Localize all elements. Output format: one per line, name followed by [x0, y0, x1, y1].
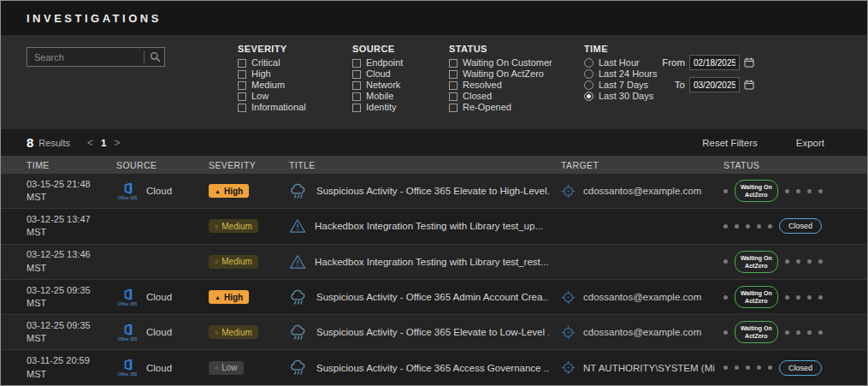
cell-title[interactable]: Hackedbox Integration Testing with Libra…	[289, 245, 561, 279]
severity-option-low[interactable]: Low	[238, 92, 306, 101]
calendar-icon[interactable]	[744, 80, 754, 90]
severity-checkbox-medium[interactable]	[238, 81, 246, 90]
calendar-icon[interactable]	[744, 57, 754, 68]
column-header-source[interactable]: SOURCE	[116, 160, 209, 170]
reset-filters-button[interactable]: Reset Filters	[702, 138, 758, 148]
column-header-target[interactable]: TARGET	[561, 160, 723, 170]
row-title[interactable]: Hackedbox Integration Testing with Libra…	[315, 257, 548, 267]
cell-title[interactable]: Suspicious Activity - Office 365 Access …	[289, 350, 561, 384]
column-header-status[interactable]: STATUS	[723, 160, 867, 170]
option-label: Cloud	[366, 69, 391, 79]
to-date-input[interactable]	[689, 77, 740, 92]
status-option-waiting-on-customer[interactable]: Waiting On Customer	[449, 58, 552, 68]
status-option-closed[interactable]: Closed	[449, 92, 552, 101]
cell-title[interactable]: Suspicious Activity - Office 365 Elevate…	[289, 315, 561, 349]
pagination-page[interactable]: 1	[101, 138, 106, 148]
status-option-re-opened[interactable]: Re-Opened	[449, 103, 552, 112]
row-time: 03-12-25 13:46 MST	[27, 248, 108, 275]
status-dot	[807, 330, 812, 335]
status-filter-group: STATUS Waiting On CustomerWaiting On Act…	[449, 44, 552, 114]
option-label: Endpoint	[366, 58, 403, 68]
pagination-prev[interactable]: <	[87, 137, 93, 149]
status-dot	[796, 259, 800, 264]
cell-target	[561, 245, 723, 279]
source-checkbox-endpoint[interactable]	[352, 59, 361, 68]
severity-option-critical[interactable]: Critical	[238, 58, 306, 68]
storm-cloud-icon	[289, 324, 308, 341]
severity-options: CriticalHighMediumLowInformational	[238, 58, 306, 112]
results-bar: 8 Results < 1 > Reset Filters Export	[1, 129, 867, 156]
time-radio-last-24-hours[interactable]	[584, 69, 593, 79]
cell-time: 03-12-25 09:35 MST	[27, 280, 116, 314]
time-option-last-30-days[interactable]: Last 30 Days	[584, 92, 657, 101]
source-checkbox-identity[interactable]	[352, 104, 361, 112]
from-date-input[interactable]	[689, 55, 740, 70]
source-checkbox-mobile[interactable]	[352, 92, 361, 101]
row-title[interactable]: Hackedbox Integration Testing with Libra…	[315, 221, 543, 231]
status-pill-waiting-on-actzero: Waiting OnActZero	[735, 180, 778, 202]
table-row[interactable]: 03-12-25 13:47 MST ○ Medium Hackedbox In…	[1, 209, 867, 244]
source-option-identity[interactable]: Identity	[352, 103, 403, 112]
table-row[interactable]: 03-12-25 09:35 MST Office 365 Cloud ▲ Hi…	[1, 280, 867, 315]
time-option-last-hour[interactable]: Last Hour	[584, 58, 657, 68]
status-track: Waiting OnActZero	[723, 180, 823, 202]
source-checkbox-network[interactable]	[352, 81, 361, 90]
status-track: Waiting OnActZero	[723, 251, 823, 273]
row-title[interactable]: Suspicious Activity - Office 365 Access …	[316, 363, 549, 373]
source-checkbox-cloud[interactable]	[352, 70, 361, 79]
severity-checkbox-critical[interactable]	[238, 59, 246, 68]
cell-title[interactable]: Suspicious Activity - Office 365 Admin A…	[289, 280, 561, 314]
severity-badge: ▲ High	[209, 290, 249, 304]
status-option-waiting-on-actzero[interactable]: Waiting On ActZero	[449, 69, 552, 79]
cell-title[interactable]: Suspicious Activity - Office 365 Elevate…	[289, 174, 561, 208]
status-checkbox-resolved[interactable]	[449, 81, 458, 90]
table-row[interactable]: 03-12-25 13:46 MST ○ Medium Hackedbox In…	[1, 245, 867, 280]
source-option-network[interactable]: Network	[352, 80, 403, 90]
source-option-endpoint[interactable]: Endpoint	[352, 58, 403, 68]
status-dot	[785, 259, 789, 264]
severity-option-medium[interactable]: Medium	[238, 80, 306, 90]
search-icon[interactable]	[150, 51, 161, 62]
status-dot	[818, 259, 823, 264]
status-pill-waiting-on-actzero: Waiting OnActZero	[735, 286, 778, 308]
time-radio-last-30-days[interactable]	[584, 92, 593, 101]
column-header-time[interactable]: TIME	[27, 160, 116, 170]
severity-option-informational[interactable]: Informational	[238, 103, 306, 112]
status-checkbox-waiting-on-actzero[interactable]	[449, 70, 458, 79]
pagination-next[interactable]: >	[114, 137, 120, 149]
table-row[interactable]: 03-15-25 21:48 MST Office 365 Cloud ▲ Hi…	[1, 174, 867, 209]
time-radio-last-hour[interactable]	[584, 58, 593, 68]
row-title[interactable]: Suspicious Activity - Office 365 Admin A…	[316, 292, 549, 302]
source-option-cloud[interactable]: Cloud	[352, 69, 403, 79]
severity-checkbox-informational[interactable]	[238, 104, 246, 112]
status-checkbox-re-opened[interactable]	[449, 104, 458, 112]
time-option-last-24-hours[interactable]: Last 24 Hours	[584, 69, 657, 79]
export-button[interactable]: Export	[796, 138, 824, 148]
status-dot	[723, 224, 728, 229]
time-radio-last-7-days[interactable]	[584, 80, 593, 90]
cell-target: NT AUTHORITY\SYSTEM (Micr...	[561, 350, 723, 384]
table-row[interactable]: 03-12-25 09:35 MST Office 365 Cloud ○ Me…	[1, 315, 867, 350]
time-option-last-7-days[interactable]: Last 7 Days	[584, 80, 657, 90]
status-dot	[723, 295, 728, 300]
table-row[interactable]: 03-11-25 20:59 MST Office 365 Cloud ○ Lo…	[1, 350, 867, 385]
time-filter-group: TIME Last HourLast 24 HoursLast 7 DaysLa…	[584, 44, 657, 103]
source-option-mobile[interactable]: Mobile	[352, 92, 403, 101]
severity-checkbox-high[interactable]	[238, 70, 246, 79]
row-title[interactable]: Suspicious Activity - Office 365 Elevate…	[316, 186, 549, 196]
column-header-severity[interactable]: SEVERITY	[209, 160, 289, 170]
severity-option-high[interactable]: High	[238, 69, 306, 79]
status-checkbox-closed[interactable]	[449, 92, 458, 101]
status-option-resolved[interactable]: Resolved	[449, 80, 552, 90]
severity-badge-label: High	[224, 293, 243, 302]
column-header-title[interactable]: TITLE	[289, 160, 561, 170]
status-dot	[723, 189, 728, 193]
cell-target	[561, 209, 723, 243]
status-checkbox-waiting-on-customer[interactable]	[449, 59, 458, 68]
cell-status: Closed	[723, 350, 867, 384]
row-title[interactable]: Suspicious Activity - Office 365 Elevate…	[316, 327, 549, 337]
cell-title[interactable]: Hackedbox Integration Testing with Libra…	[289, 209, 561, 243]
office365-icon: Office 365	[116, 182, 139, 200]
cell-severity: ○ Medium	[209, 315, 289, 349]
severity-checkbox-low[interactable]	[238, 92, 246, 101]
